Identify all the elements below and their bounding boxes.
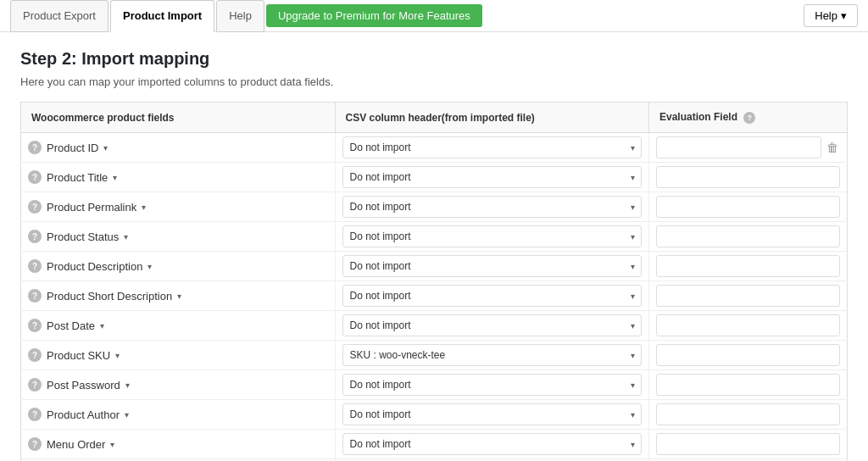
page-subtitle: Here you can map your imported columns t…	[20, 75, 848, 88]
field-label: ? Product Title ▾	[28, 170, 328, 184]
table-row: ? Product Permalink ▾ Do not importSKU :…	[21, 192, 848, 222]
delete-icon[interactable]: 🗑	[825, 139, 840, 156]
field-cell-product-permalink: ? Product Permalink ▾	[21, 192, 336, 222]
field-label: ? Product Author ▾	[28, 408, 328, 421]
csv-dropdown-wrap-product-short-description: Do not importSKU : woo-vneck-tee▾	[342, 285, 643, 307]
column-header-fields: Woocommerce product fields	[21, 103, 336, 133]
column-header-evaluation: Evaluation Field ?	[649, 103, 848, 133]
table-row: ? Menu Order ▾ Do not importSKU : woo-vn…	[21, 430, 848, 459]
field-name-product-description: Product Description	[47, 260, 142, 273]
field-cell-product-author: ? Product Author ▾	[21, 400, 336, 430]
field-name-product-author: Product Author	[47, 408, 120, 421]
field-label: ? Product Short Description ▾	[28, 289, 328, 303]
field-help-icon[interactable]: ?	[28, 200, 42, 214]
chevron-down-icon: ▾	[113, 173, 117, 182]
csv-dropdown-wrap-post-password: Do not importSKU : woo-vneck-tee▾	[342, 374, 643, 396]
eval-cell-product-status	[649, 222, 848, 252]
eval-input-product-id[interactable]	[656, 136, 821, 158]
csv-dropdown-wrap-product-status: Do not importSKU : woo-vneck-tee▾	[342, 225, 643, 247]
nav-right: Help ▾	[804, 4, 858, 27]
eval-cell-menu-order	[649, 430, 848, 459]
csv-select-product-status[interactable]: Do not importSKU : woo-vneck-tee	[342, 225, 643, 247]
eval-cell-product-id: 🗑	[649, 133, 848, 163]
eval-input-product-status[interactable]	[656, 225, 840, 247]
field-help-icon[interactable]: ?	[28, 437, 42, 451]
csv-cell-post-password: Do not importSKU : woo-vneck-tee▾	[335, 370, 649, 400]
chevron-down-icon: ▾	[100, 321, 104, 330]
eval-cell-product-description	[649, 252, 848, 281]
field-help-icon[interactable]: ?	[28, 141, 42, 154]
field-cell-post-date: ? Post Date ▾	[21, 311, 336, 341]
eval-input-product-short-description[interactable]	[656, 285, 840, 307]
field-cell-product-title: ? Product Title ▾	[21, 163, 336, 192]
field-name-product-permalink: Product Permalink	[47, 201, 136, 214]
csv-select-product-sku[interactable]: Do not importSKU : woo-vneck-tee	[342, 344, 643, 366]
field-help-icon[interactable]: ?	[28, 348, 42, 362]
field-help-icon[interactable]: ?	[28, 319, 42, 332]
field-help-icon[interactable]: ?	[28, 259, 42, 273]
field-label: ? Product Description ▾	[28, 259, 328, 273]
eval-input-product-permalink[interactable]	[656, 196, 840, 218]
eval-input-product-description[interactable]	[656, 255, 840, 277]
eval-cell-product-short-description	[649, 281, 848, 311]
eval-cell-post-date	[649, 311, 848, 341]
csv-dropdown-wrap-product-sku: Do not importSKU : woo-vneck-tee▾	[342, 344, 643, 366]
table-row: ? Product Title ▾ Do not importSKU : woo…	[21, 163, 848, 192]
csv-dropdown-wrap-product-description: Do not importSKU : woo-vneck-tee▾	[342, 255, 643, 277]
field-name-post-date: Post Date	[47, 319, 95, 332]
field-label: ? Product Status ▾	[28, 230, 328, 243]
eval-input-product-author[interactable]	[656, 403, 840, 425]
field-help-icon[interactable]: ?	[28, 408, 42, 421]
tab-product-export[interactable]: Product Export	[10, 0, 108, 32]
tab-help[interactable]: Help	[216, 0, 264, 32]
field-name-post-password: Post Password	[47, 379, 120, 392]
table-row: ? Product SKU ▾ Do not importSKU : woo-v…	[21, 341, 848, 370]
chevron-down-icon: ▾	[110, 440, 114, 449]
field-help-icon[interactable]: ?	[28, 170, 42, 184]
table-row: ? Product Status ▾ Do not importSKU : wo…	[21, 222, 848, 252]
csv-select-product-author[interactable]: Do not importSKU : woo-vneck-tee	[342, 403, 643, 425]
field-help-icon[interactable]: ?	[28, 289, 42, 303]
csv-select-product-title[interactable]: Do not importSKU : woo-vneck-tee	[342, 166, 643, 188]
field-name-menu-order: Menu Order	[47, 438, 105, 451]
csv-select-product-short-description[interactable]: Do not importSKU : woo-vneck-tee	[342, 285, 643, 307]
csv-cell-menu-order: Do not importSKU : woo-vneck-tee▾	[335, 430, 649, 459]
eval-input-product-sku[interactable]	[656, 344, 840, 366]
table-row: ? Product ID ▾ Do not importSKU : woo-vn…	[21, 133, 848, 163]
tab-product-import[interactable]: Product Import	[110, 0, 214, 32]
csv-select-post-password[interactable]: Do not importSKU : woo-vneck-tee	[342, 374, 643, 396]
table-row: ? Product Short Description ▾ Do not imp…	[21, 281, 848, 311]
csv-dropdown-wrap-menu-order: Do not importSKU : woo-vneck-tee▾	[342, 433, 643, 455]
evaluation-help-icon[interactable]: ?	[743, 112, 755, 124]
help-dropdown-button[interactable]: Help ▾	[804, 4, 858, 27]
chevron-down-icon: ▾	[125, 410, 129, 419]
csv-select-product-id[interactable]: Do not importSKU : woo-vneck-tee	[342, 136, 643, 158]
field-help-icon[interactable]: ?	[28, 378, 42, 392]
eval-input-post-password[interactable]	[656, 374, 840, 396]
csv-cell-product-id: Do not importSKU : woo-vneck-tee▾	[335, 133, 649, 163]
csv-select-post-date[interactable]: Do not importSKU : woo-vneck-tee	[342, 314, 643, 336]
eval-input-menu-order[interactable]	[656, 433, 840, 455]
eval-input-product-title[interactable]	[656, 166, 840, 188]
field-label: ? Product ID ▾	[28, 141, 328, 154]
premium-upgrade-button[interactable]: Upgrade to Premium for More Features	[266, 4, 482, 27]
eval-input-post-date[interactable]	[656, 314, 840, 336]
csv-select-menu-order[interactable]: Do not importSKU : woo-vneck-tee	[342, 433, 643, 455]
table-header-row: Woocommerce product fields CSV column he…	[21, 103, 848, 133]
eval-input-wrap: 🗑	[656, 136, 840, 158]
field-cell-product-short-description: ? Product Short Description ▾	[21, 281, 336, 311]
chevron-down-icon: ▾	[115, 351, 120, 360]
table-row: ? Product Author ▾ Do not importSKU : wo…	[21, 400, 848, 430]
nav-tabs-left: Product Export Product Import Help Upgra…	[10, 0, 482, 32]
csv-cell-product-short-description: Do not importSKU : woo-vneck-tee▾	[335, 281, 649, 311]
field-name-product-short-description: Product Short Description	[47, 290, 172, 303]
table-row: ? Post Password ▾ Do not importSKU : woo…	[21, 370, 848, 400]
page-title: Step 2: Import mapping	[20, 49, 848, 69]
csv-dropdown-wrap-product-author: Do not importSKU : woo-vneck-tee▾	[342, 403, 643, 425]
eval-cell-product-permalink	[649, 192, 848, 222]
field-help-icon[interactable]: ?	[28, 230, 42, 243]
csv-select-product-permalink[interactable]: Do not importSKU : woo-vneck-tee	[342, 196, 643, 218]
chevron-down-icon: ▾	[841, 9, 847, 22]
csv-select-product-description[interactable]: Do not importSKU : woo-vneck-tee	[342, 255, 643, 277]
chevron-down-icon: ▾	[142, 203, 146, 212]
